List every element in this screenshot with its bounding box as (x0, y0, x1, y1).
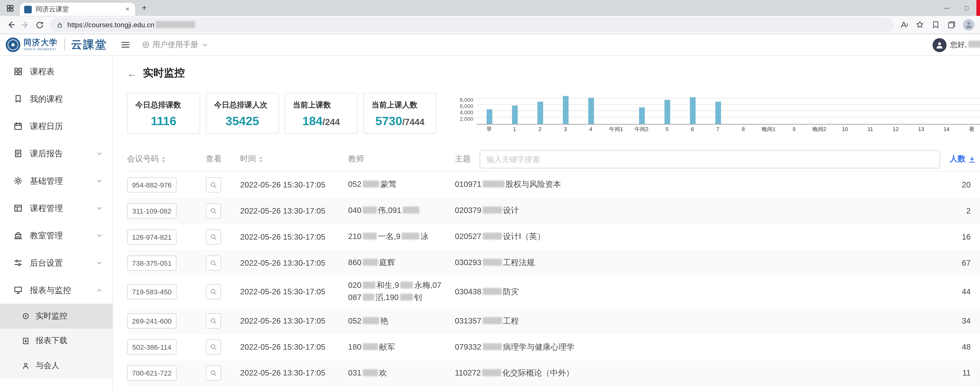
university-seal-icon (6, 37, 21, 52)
meeting-id-pill: 311-109-082 (127, 203, 177, 219)
sidebar-subitem-label: 实时监控 (36, 311, 67, 322)
browser-toolbar: https://courses.tongji.edu.cn (0, 16, 980, 34)
sort-icon[interactable] (161, 156, 166, 162)
count-cell: 20 (940, 180, 980, 189)
teacher-cell: 020和生,9永梅,07 087滔,190钊 (348, 279, 455, 304)
sidebar-submenu: 实时监控报表下载与会人 (0, 304, 113, 378)
add-favorite-star-icon[interactable] (915, 21, 924, 29)
browser-profile-avatar[interactable] (963, 19, 975, 30)
schedule-bar-chart: 2,0004,0006,0008,000早1234午间1午间25678晚间19晚… (450, 93, 980, 133)
view-button[interactable] (206, 284, 221, 300)
download-icon[interactable] (968, 155, 976, 163)
sidebar-item-course-management[interactable]: 课程管理 (0, 195, 113, 222)
table-body: 954-882-9762022-05-26 15:30-17:05052蒙莺01… (127, 172, 980, 386)
view-button[interactable] (206, 203, 221, 219)
address-bar[interactable]: https://courses.tongji.edu.cn (49, 18, 894, 32)
chart-bar-slot (705, 96, 731, 124)
time-cell: 2022-05-26 15:30-17:05 (240, 232, 348, 241)
chart-x-label: 晚间2 (807, 126, 832, 134)
sidebar-item-report-download[interactable]: 报表下载 (0, 329, 113, 353)
new-tab-button[interactable]: + (142, 2, 147, 12)
favorites-bar-icon[interactable] (931, 21, 940, 29)
stat-value-row: 35425 (214, 114, 270, 128)
browser-tab[interactable]: 同济云课堂 × (20, 3, 135, 16)
view-button[interactable] (206, 365, 221, 381)
user-info: 您好, (932, 38, 980, 52)
magnifier-icon (210, 181, 217, 188)
view-cell (206, 340, 240, 355)
stat-value: 1116 (151, 114, 176, 128)
teacher-cell: 040伟,091 (348, 204, 455, 217)
meeting-id-cell: 954-882-976 (127, 177, 206, 192)
table-row: 954-882-9762022-05-26 15:30-17:05052蒙莺01… (127, 172, 980, 198)
view-button[interactable] (206, 177, 221, 192)
back-icon[interactable]: ← (127, 68, 137, 78)
chart-x-label: 午间1 (603, 126, 629, 134)
topic-cell: 079332病理学与健康心理学 (455, 341, 940, 353)
view-button[interactable] (206, 314, 221, 329)
tab-close-icon[interactable]: × (124, 6, 131, 13)
sidebar-item-after-class-reports[interactable]: 课后报告 (0, 140, 113, 167)
column-header-meeting-id[interactable]: 会议号码 (127, 154, 206, 164)
stat-label: 今日总排课数 (135, 100, 192, 110)
sidebar-item-label: 教室管理 (30, 230, 63, 241)
redacted-text (363, 233, 377, 239)
sidebar-item-realtime-monitoring[interactable]: 实时监控 (0, 304, 113, 329)
chart-bar (563, 96, 568, 124)
read-aloud-icon[interactable] (899, 21, 908, 29)
chart-y-label: 4,000 (450, 109, 473, 115)
minimize-button[interactable]: ─ (937, 0, 957, 16)
magnifier-icon (210, 207, 217, 214)
sidebar-item-my-courses[interactable]: 我的课程 (0, 85, 113, 112)
maximize-button[interactable]: □ (957, 0, 976, 16)
stat-value-row: 184/244 (293, 114, 349, 128)
sidebar-item-course-calendar[interactable]: 课程日历 (0, 113, 113, 140)
sort-icon[interactable] (259, 156, 263, 162)
time-cell: 2022-05-26 15:30-17:05 (240, 343, 348, 351)
view-button[interactable] (206, 340, 221, 355)
grid-icon (13, 67, 24, 76)
user-avatar[interactable] (932, 38, 946, 52)
search-input[interactable] (480, 150, 940, 168)
sidebar-subitem-label: 报表下载 (36, 335, 67, 346)
meeting-id-pill: 126-974-821 (127, 229, 177, 244)
forward-nav-icon[interactable] (21, 21, 30, 29)
meeting-id-pill: 954-882-976 (127, 177, 177, 192)
sidebar-item-participants[interactable]: 与会人 (0, 353, 113, 378)
collections-icon[interactable] (947, 21, 956, 29)
sidebar-item-basic-management[interactable]: 基础管理 (0, 167, 113, 194)
refresh-icon[interactable] (36, 21, 44, 29)
time-cell: 2022-05-26 15:30-17:05 (240, 180, 348, 189)
column-header-time[interactable]: 时间 (240, 154, 348, 164)
site-info-lock-icon[interactable] (56, 21, 63, 29)
chart-bar (512, 105, 517, 124)
chart-bar-slot (756, 96, 781, 124)
sidebar-item-classroom-management[interactable]: 教室管理 (0, 222, 113, 249)
user-manual-link[interactable]: 用户使用手册 (142, 40, 208, 50)
view-button[interactable] (206, 229, 221, 244)
time-cell: 2022-05-26 13:30-17:05 (240, 369, 348, 378)
topic-cell: 010971股权与风险资本 (455, 179, 940, 191)
redacted-text (400, 294, 413, 301)
view-button[interactable] (206, 255, 221, 270)
workspaces-icon[interactable] (6, 4, 14, 12)
table-row: 311-109-0822022-05-26 13:30-17:05040伟,09… (127, 198, 980, 224)
back-nav-icon[interactable] (6, 21, 15, 29)
sidebar-item-backend-settings[interactable]: 后台设置 (0, 249, 113, 276)
chart-x-label: 早 (476, 126, 502, 134)
sidebar-item-course-table[interactable]: 课程表 (0, 58, 113, 85)
chart-x-label: 11 (858, 126, 883, 134)
hamburger-menu-icon[interactable] (121, 40, 130, 49)
view-cell (206, 314, 240, 329)
meeting-id-cell: 311-109-082 (127, 203, 206, 219)
stat-label: 当前上课人数 (372, 100, 428, 110)
close-button[interactable]: × (977, 0, 980, 16)
chart-bar (664, 100, 670, 124)
sidebar-item-reports-monitoring[interactable]: 报表与监控 (0, 276, 113, 304)
teacher-cell: 210一名,9泳 (348, 231, 455, 243)
column-header-count[interactable]: 人数 (940, 154, 980, 164)
count-cell: 34 (940, 317, 980, 326)
redacted-text (363, 317, 379, 324)
user-greeting: 您好, (950, 40, 980, 49)
stat-card: 当前上课数184/244 (285, 93, 358, 133)
